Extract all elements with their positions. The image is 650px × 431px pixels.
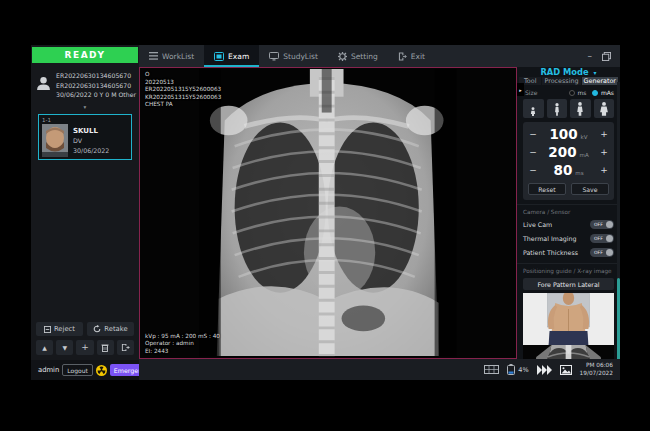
thermal-imaging-label: Thermal Imaging [523,235,577,242]
move-up-button[interactable]: ▲ [36,340,53,355]
ms-decrease-button[interactable]: − [528,165,538,175]
positioning-xray-preview [523,345,614,359]
ms-row: − 80ms + [528,161,609,179]
close-study-button[interactable] [117,340,134,355]
kv-increase-button[interactable]: + [599,129,609,139]
kv-unit: kV [581,134,588,140]
image-preview-icon[interactable] [560,365,572,375]
patient-info-block[interactable]: ER20220630134605670 ER20220630134605670 … [31,63,139,103]
minimize-button[interactable]: – [588,51,593,61]
scrollbar-thumb[interactable] [617,278,620,359]
exit-door-icon [121,343,130,352]
top-navbar: WorkList Exam StudyList Setting Exit – [139,45,620,67]
patient-id: ER20220630134605670 [56,71,136,81]
patient-icon [36,76,51,95]
live-cam-toggle[interactable]: OFF [590,220,614,229]
patient-size-child-button[interactable] [523,99,544,118]
positioning-guide-photo [523,293,614,345]
person-small-icon [529,107,537,116]
thumbnail-date: 30/06/2022 [73,146,109,156]
reject-icon [44,326,51,333]
patient-size-thin-button[interactable] [547,99,568,118]
radio-dot-mas [592,90,598,96]
chest-xray-image [199,69,456,356]
retake-button[interactable]: Retake [87,322,134,336]
reject-button[interactable]: Reject [36,322,83,336]
ms-increase-button[interactable]: + [599,165,609,175]
status-badge: READY [32,47,138,63]
tab-exit[interactable]: Exit [388,45,435,67]
delete-button[interactable] [97,340,114,355]
patient-size-medium-button[interactable] [570,99,591,118]
generator-settings-card: − 100kV + − 200mA + − 80ms + [523,122,614,200]
time-value: PM 06:06 [580,362,613,369]
battery-icon [507,364,515,375]
toggle-knob [606,249,613,256]
radio-mas[interactable]: mAs [592,89,614,96]
panel-scrollbar[interactable] [617,82,620,359]
tab-worklist[interactable]: WorkList [139,45,204,67]
thumbnail-view: DV [73,136,109,146]
patient-size-large-button[interactable] [594,99,615,118]
camera-sensor-section-title: Camera / Sensor [517,204,620,217]
tab-setting[interactable]: Setting [328,45,388,67]
positioning-preset-button[interactable]: Fore Pattern Lateral [523,278,614,290]
up-arrow-icon: ▲ [42,344,47,351]
ma-decrease-button[interactable]: − [528,147,538,157]
kv-row: − 100kV + [528,125,609,143]
toggle-knob [606,221,613,228]
ma-value: 200 [548,144,576,160]
move-down-button[interactable]: ▼ [56,340,73,355]
kv-decrease-button[interactable]: − [528,129,538,139]
sidebar-footer: admin Logout Emergency [31,360,139,380]
radio-ms[interactable]: ms [569,89,586,96]
person-medium-icon [575,102,585,116]
rad-mode-header[interactable]: RAD Mode ▾ [517,67,620,77]
logged-in-user: admin [38,366,59,374]
image-overlay-top: O 20220513 ER2022051315Y52600063 KR20220… [145,71,221,109]
tab-generator[interactable]: Generator [582,77,618,85]
tab-studylist[interactable]: StudyList [259,45,328,67]
status-bar: 4% PM 06:06 19/07/2022 [139,359,620,380]
ma-increase-button[interactable]: + [599,147,609,157]
restore-window-button[interactable] [602,52,611,61]
ma-unit: mA [580,152,589,158]
worklist-icon [149,52,158,60]
ma-row: − 200mA + [528,143,609,161]
plus-icon: + [81,343,89,352]
exam-icon [214,52,224,61]
study-thumbnail-card[interactable]: 1-1 SKULL DV 30/06/2022 [38,114,132,160]
detector-panel-icon [484,365,499,374]
image-viewer[interactable]: O 20220513 ER2022051315Y52600063 KR20220… [139,67,517,359]
tab-exam[interactable]: Exam [204,45,259,67]
patient-photo [42,124,68,157]
trash-icon [101,343,109,352]
add-view-button[interactable]: + [76,340,93,355]
patient-thickness-toggle[interactable]: OFF [590,248,614,257]
orientation-marker: O [145,71,221,79]
thermal-imaging-toggle[interactable]: OFF [590,234,614,243]
patient-sidebar: READY ER20220630134605670 ER202206301346… [31,45,139,380]
fast-forward-icon[interactable] [537,365,552,375]
live-cam-label: Live Cam [523,221,552,228]
down-arrow-icon: ▼ [62,344,67,351]
ms-unit: ms [575,170,583,176]
image-overlay-bottom: kVp : 95 mA : 200 mS : 40 Operator : adm… [145,333,220,356]
person-large-icon [598,102,610,116]
patient-thickness-label: Patient Thickness [523,249,578,256]
exit-icon [398,52,407,61]
patient-accession: ER20220630134605670 [56,81,136,91]
date-value: 19/07/2022 [580,370,613,377]
collapse-patient-icon[interactable]: ▾ [31,103,139,113]
sidebar-spacer [31,161,139,323]
positioning-section-title: Positioning guide / X-ray image [517,263,620,276]
tab-processing[interactable]: Processing [542,77,580,85]
save-button[interactable]: Save [571,183,609,195]
patient-demographics: 30/06/2022 0 Y 0 M Other [56,90,136,100]
panel-collapse-handle[interactable]: ▸ [517,83,524,96]
app-window: READY ER20220630134605670 ER202206301346… [31,45,620,380]
toggle-knob [606,235,613,242]
logout-button[interactable]: Logout [62,364,93,376]
gear-icon [338,52,347,61]
reset-button[interactable]: Reset [528,183,566,195]
